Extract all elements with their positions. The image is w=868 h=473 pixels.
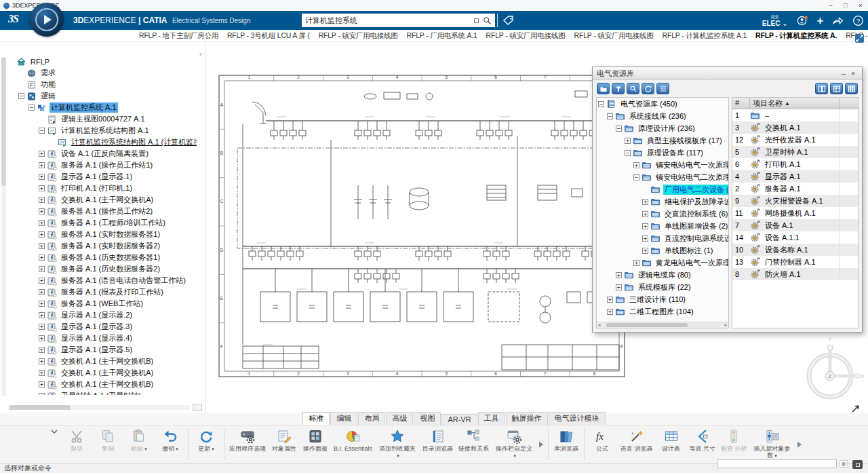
ribbon-tab-标准[interactable]: 标准 [302,412,330,425]
ribbon-button-ekl-browser[interactable]: 语言 浏览器 [618,425,656,463]
table-row[interactable]: 6打印机 A.1 [732,158,858,170]
panel-minimize-button[interactable]: – [839,69,848,77]
expand-icon[interactable]: + [642,223,648,229]
collapse-icon[interactable]: − [607,113,613,119]
dropdown-caret-icon[interactable]: ▾ [212,447,214,451]
command-input[interactable] [717,459,837,468]
view-grid-button[interactable] [845,83,858,94]
tree-item[interactable]: +服务器 A.1 (历史数据服务器2) [8,263,197,275]
expand-icon[interactable]: + [616,272,622,278]
fullscreen-toggle-icon[interactable] [855,34,864,43]
collapse-icon[interactable]: − [28,105,35,111]
library-tree-hscrollbar[interactable]: ◂▸ [597,322,728,328]
ribbon-tab-高级[interactable]: 高级 [386,412,413,425]
tree-item[interactable]: 计算机监控系统结构图 A.1 (计算机监控系统结构图.1) [8,136,197,148]
minimize-button[interactable]: – [823,2,838,9]
tree-item[interactable]: 逻辑主视图00004727 A.1 [8,113,197,125]
table-row[interactable]: 4显示器 A.1 [732,170,858,183]
view-compass[interactable]: Y X Z [796,334,864,405]
library-tree-item[interactable]: +三维设计库 (110) [597,293,728,305]
tree-item[interactable]: +显示器 A.1 (显示器.2) [8,309,197,321]
dropdown-caret-icon[interactable]: ▾ [774,453,777,458]
collapse-icon[interactable]: − [633,174,639,181]
expand-icon[interactable]: + [39,301,45,307]
column-extra[interactable] [840,98,858,109]
help-icon[interactable]: ? [852,15,864,26]
tree-item[interactable]: +交换机 A.1 (主干网交换机B) [8,356,197,367]
refresh-button[interactable] [642,83,654,94]
document-tab[interactable]: RFLP - 计算机监控系统 A.1 [663,31,747,41]
expand-icon[interactable]: + [39,358,45,364]
document-tab[interactable]: RFLP - 计算机监控系统 A. [755,31,837,41]
tree-item[interactable]: +服务器 A.1 (WEB工作站) [8,298,197,309]
library-tree-item[interactable]: +直流控制电源系统设备 (5 [597,232,728,244]
ribbon-tab-AR-VR[interactable]: AR-VR [441,414,477,425]
tree-item[interactable]: +服务器 A.1 (工程师/培训工作站) [8,217,197,229]
expand-icon[interactable]: + [625,138,631,144]
ribbon-button-update[interactable]: 更新▾ [191,425,222,463]
search-icon[interactable] [483,16,492,25]
library-tree-item[interactable]: +单线图新增设备 (2) [597,220,728,232]
expand-icon[interactable]: + [39,335,45,341]
expand-icon[interactable]: + [39,324,45,330]
table-row[interactable]: 1– [732,109,858,121]
ribbon-button-formula[interactable]: fx公式 [587,425,618,463]
global-search[interactable] [302,14,495,27]
expand-icon[interactable]: + [39,243,45,249]
group-overflow-icon[interactable] [795,425,804,463]
expand-icon[interactable]: + [39,185,45,191]
expand-icon[interactable]: + [642,211,648,217]
folder-button[interactable] [597,83,610,94]
ribbon-button-object-properties[interactable]: 对象属性 [269,425,300,463]
panel-titlebar[interactable]: 电气资源库 – × [593,67,862,80]
expand-icon[interactable]: + [39,151,45,157]
ribbon-tab-编辑[interactable]: 编辑 [330,412,357,425]
library-tree-item[interactable]: +黄龙电站电气一次原理设备 ( [597,257,728,269]
group-overflow-icon[interactable] [536,425,546,463]
tree-item[interactable]: −计算机监控系统结构图 A.1 [8,125,197,136]
expand-icon[interactable]: + [39,231,45,238]
table-row[interactable]: 10设备名称 A.1 [732,244,858,256]
tree-item[interactable]: +服务器 A.1 (实时数据服务器1) [8,229,197,240]
close-button[interactable]: × [853,2,868,9]
library-tree-item[interactable]: +系统模板库 (22) [597,281,728,293]
search-input[interactable] [305,16,474,24]
table-row[interactable]: 13门禁控制器 A.1 [732,256,858,268]
list-button[interactable] [656,83,669,94]
ribbon-tab-触屏操作[interactable]: 触屏操作 [506,412,548,425]
ribbon-button-design-table[interactable]: 设计表 [656,425,687,463]
library-tree-item[interactable]: +继电保护及故障录波管理 [597,195,728,208]
expand-icon[interactable]: + [39,266,45,272]
table-row[interactable]: 2服务器 A.1 [732,183,858,195]
scroll-thumb[interactable] [606,323,688,327]
view-details-button[interactable] [830,83,843,94]
collapse-icon[interactable]: − [625,150,631,156]
tag-icon[interactable] [502,15,515,26]
filter-button[interactable] [612,83,625,94]
maximize-button[interactable]: □ [838,2,853,9]
table-row[interactable]: 12光纤收发器 A.1 [732,134,858,146]
tree-item[interactable]: +服务器 A.1 (操作员工作站1) [8,159,197,171]
expand-icon[interactable]: + [39,370,45,376]
expand-icon[interactable]: + [39,162,45,168]
library-tree-item[interactable]: −电气资源库 (450) [597,98,728,110]
ribbon-button-catalog-browser[interactable]: 目录浏览器 [420,425,456,463]
profile-icon[interactable] [797,15,808,26]
table-row[interactable]: 11网络摄像机 A.1 [732,207,858,219]
tree-item[interactable]: +显示器 A.1 (显示器.1) [8,171,197,183]
ribbon-button-undo[interactable]: 撤销▾ [155,425,186,463]
3d-compass-icon[interactable] [30,3,64,37]
expand-icon[interactable]: + [39,220,45,226]
tree-item[interactable]: −计算机监控系统 A.1 [8,102,197,113]
ribbon-button-bi-essentials[interactable]: B.I. Essentials [331,425,375,463]
table-row[interactable]: 14设备 A.1.1 [732,231,858,244]
expand-icon[interactable]: + [39,347,45,353]
library-tree-item[interactable]: −原理设计库 (236) [597,122,728,134]
dropdown-caret-icon[interactable]: ▾ [176,447,178,451]
tree-item[interactable]: +服务器 A.1 (实时数据服务器2) [8,240,197,252]
tree-item[interactable]: +显示器 A.1 (显示器.4) [8,333,197,344]
library-tree-item[interactable]: +二维工程图库 (104) [597,305,728,318]
tree-item[interactable]: +卫星时钟 A.1 (卫星时钟) [8,390,197,395]
expand-icon[interactable]: + [39,197,45,203]
expand-icon[interactable]: + [642,248,648,254]
